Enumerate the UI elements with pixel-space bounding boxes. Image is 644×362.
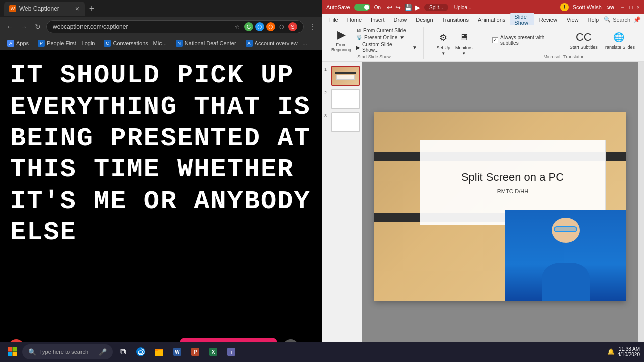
undo-icon[interactable]: ↩ bbox=[387, 4, 392, 11]
always-present-checkbox-row: Always present with subtitles bbox=[490, 34, 567, 46]
split-button[interactable]: Split... bbox=[424, 4, 448, 11]
ppt-scrollbar[interactable] bbox=[638, 62, 644, 351]
maximize-btn[interactable]: □ bbox=[629, 4, 633, 10]
ppt-ribbon: ▶ FromBeginning 🖥 From Current Slide 📡 P… bbox=[322, 25, 644, 62]
present-icon[interactable]: ▶ bbox=[415, 4, 420, 11]
menu-help[interactable]: Help bbox=[584, 16, 603, 24]
date-display: 4/10/2020 bbox=[618, 352, 640, 357]
ribbon-group-subtitles: Always present with subtitles CC Start S… bbox=[486, 27, 641, 59]
menu-insert[interactable]: Insert bbox=[367, 16, 389, 24]
start-subtitles-icon: CC bbox=[577, 31, 590, 44]
bookmark-account[interactable]: A Account overview - ... bbox=[243, 39, 310, 48]
bookmark-national-deaf[interactable]: N National Deaf Center bbox=[173, 39, 239, 48]
address-bar[interactable]: webcaptioner.com/captioner ☆ G ⬡ ⬡ ⬡ S bbox=[46, 20, 304, 33]
ppt-titlebar: AutoSave On ↩ ↪ 💾 ▶ Split... Uploa... ! … bbox=[322, 0, 644, 14]
tab-favicon: W bbox=[9, 5, 16, 12]
slide-thumb-1-container: 1 bbox=[324, 66, 360, 86]
taskbar-search[interactable]: 🔍 Type here to search 🎤 bbox=[22, 344, 113, 359]
slide-thumb-3[interactable] bbox=[331, 112, 360, 132]
search-icon: 🔍 bbox=[604, 16, 611, 23]
menu-animations[interactable]: Animations bbox=[474, 16, 509, 24]
monitors-chevron: ▼ bbox=[462, 51, 466, 56]
svg-rect-7 bbox=[155, 349, 163, 350]
refresh-button[interactable]: ↻ bbox=[32, 21, 43, 32]
tab-close-button[interactable]: × bbox=[75, 5, 79, 13]
bookmark-apps-label: Apps bbox=[16, 40, 29, 46]
caption-area: IT SHOULD PICK UP EVERYTHING THAT IS BEI… bbox=[0, 50, 322, 333]
slide-thumb-2-container: 2 bbox=[324, 89, 360, 109]
upload-label[interactable]: Uploa... bbox=[452, 5, 473, 10]
titlebar-icons: ↩ ↪ 💾 ▶ bbox=[387, 4, 420, 11]
user-name: Scott Walsh bbox=[573, 4, 602, 10]
save-icon[interactable]: 💾 bbox=[404, 4, 412, 11]
present-online-button[interactable]: 📡 Present Online ▼ bbox=[354, 34, 419, 41]
presenter-avatar bbox=[505, 210, 626, 301]
autosave-toggle[interactable] bbox=[354, 4, 370, 11]
from-beginning-button[interactable]: ▶ FromBeginning bbox=[329, 27, 353, 53]
ribbon-btns-3: Always present with subtitles CC Start S… bbox=[490, 27, 637, 53]
presenter-glasses bbox=[554, 226, 577, 232]
menu-review[interactable]: Review bbox=[535, 16, 561, 24]
redo-icon[interactable]: ↪ bbox=[395, 4, 401, 11]
menu-design[interactable]: Design bbox=[412, 16, 437, 24]
bookmark-conversations-label: Conversations - Mic... bbox=[113, 40, 166, 46]
back-button[interactable]: ← bbox=[4, 21, 15, 32]
taskbar-word[interactable]: W bbox=[169, 344, 185, 360]
slide-thumb-1[interactable] bbox=[331, 66, 360, 86]
autosave-label: AutoSave bbox=[326, 4, 350, 10]
menu-draw[interactable]: Draw bbox=[390, 16, 411, 24]
taskbar-edge[interactable] bbox=[133, 344, 149, 360]
taskbar-task-view[interactable]: ⧉ bbox=[115, 344, 131, 360]
start-subtitles-button[interactable]: CC Start Subtitles bbox=[568, 30, 600, 51]
svg-text:P: P bbox=[194, 349, 197, 355]
menu-slideshow[interactable]: Slide Show bbox=[510, 13, 534, 27]
ribbon-group-setup: ⚙ Set Up ▼ 🖥 Monitors ▼ bbox=[425, 27, 485, 59]
taskbar-excel[interactable]: X bbox=[205, 344, 221, 360]
menu-file[interactable]: File bbox=[325, 16, 342, 24]
taskbar-powerpoint[interactable]: P bbox=[187, 344, 203, 360]
apps-favicon: A bbox=[7, 40, 14, 47]
slide-thumb-text bbox=[336, 75, 355, 80]
menu-home[interactable]: Home bbox=[343, 16, 366, 24]
custom-show-label: Custom Slide Show... bbox=[362, 42, 410, 53]
bookmark-people-login[interactable]: P People First - Login bbox=[35, 39, 98, 48]
menu-view[interactable]: View bbox=[562, 16, 583, 24]
taskbar-explorer[interactable] bbox=[151, 344, 167, 360]
close-btn[interactable]: × bbox=[637, 4, 640, 10]
pin-icon: 📌 bbox=[633, 16, 641, 23]
always-present-checkbox[interactable] bbox=[492, 37, 498, 43]
ribbon-content: ▶ FromBeginning 🖥 From Current Slide 📡 P… bbox=[322, 25, 644, 61]
from-current-slide-button[interactable]: 🖥 From Current Slide bbox=[354, 27, 419, 34]
ppt-search-button[interactable]: 🔍 Search bbox=[604, 16, 630, 23]
active-tab[interactable]: W Web Captioner × bbox=[4, 2, 85, 16]
menu-transitions[interactable]: Transitions bbox=[438, 16, 473, 24]
time-display: 11:38 AM bbox=[618, 346, 640, 352]
svg-rect-0 bbox=[8, 347, 12, 352]
bookmark-apps[interactable]: A Apps bbox=[4, 39, 32, 48]
set-up-button[interactable]: ⚙ Set Up ▼ bbox=[434, 30, 452, 57]
windows-taskbar: 🔍 Type here to search 🎤 ⧉ W P X T 🔔 11:3… bbox=[0, 342, 644, 362]
forward-button[interactable]: → bbox=[18, 21, 29, 32]
start-button[interactable] bbox=[4, 344, 20, 360]
slide-thumb-2[interactable] bbox=[331, 89, 360, 109]
svg-rect-1 bbox=[13, 347, 17, 352]
address-bar-icons: ☆ G ⬡ ⬡ ⬡ S bbox=[233, 22, 297, 31]
presenter-body bbox=[542, 263, 590, 301]
custom-show-button[interactable]: ▶ Custom Slide Show... ▼ bbox=[354, 41, 419, 53]
bookmark-conversations[interactable]: C Conversations - Mic... bbox=[101, 39, 169, 48]
menu-button[interactable]: ⋮ bbox=[307, 21, 318, 32]
minimize-btn[interactable]: － bbox=[620, 4, 625, 11]
taskbar-notification-icon: 🔔 bbox=[607, 348, 615, 355]
slide-thumb-3-container: 3 bbox=[324, 112, 360, 132]
translate-slides-button[interactable]: 🌐 Translate Slides bbox=[601, 30, 637, 51]
autosave-state: On bbox=[374, 5, 381, 10]
slide-view: Split Screen on a PC RMTC-D/HH bbox=[362, 62, 638, 351]
monitors-button[interactable]: 🖥 Monitors ▼ bbox=[453, 30, 475, 57]
ppt-main-area: 1 2 3 bbox=[322, 62, 644, 351]
powerpoint-icon: P bbox=[190, 347, 200, 357]
ribbon-btns-2: ⚙ Set Up ▼ 🖥 Monitors ▼ bbox=[434, 27, 474, 59]
new-tab-button[interactable]: + bbox=[85, 2, 99, 16]
from-beginning-icon: ▶ bbox=[335, 28, 348, 41]
slides-panel: 1 2 3 bbox=[322, 62, 362, 351]
taskbar-teams[interactable]: T bbox=[223, 344, 239, 360]
